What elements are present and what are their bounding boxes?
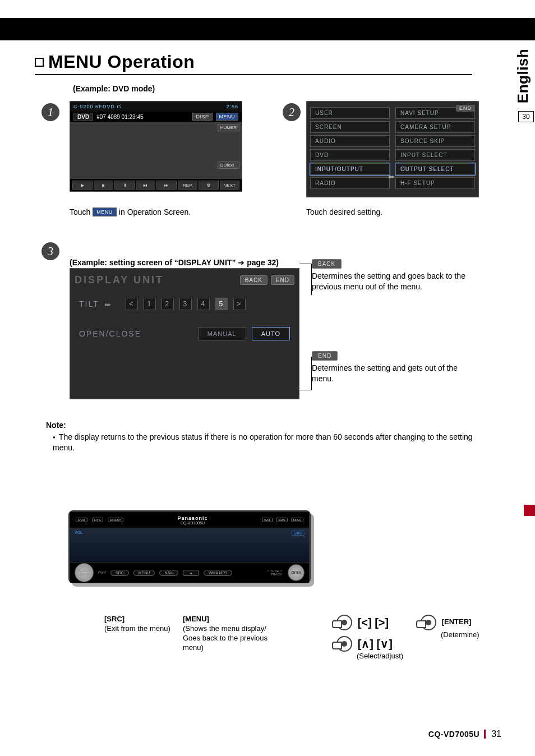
menu-item-inputoutput[interactable]: INPUT/OUTPUT <box>310 163 390 175</box>
sat-logo-icon: SAT <box>262 518 273 522</box>
ddtext-button[interactable]: DDtext <box>218 162 239 169</box>
humer-button[interactable]: HUMER <box>218 124 239 131</box>
legend-menu-t: (Shows the menu display/ Goes back to th… <box>183 624 284 653</box>
next-icon[interactable]: ⏭ <box>156 181 177 190</box>
op-video-area: HUMER DDtext <box>70 122 242 179</box>
tilt-step-5[interactable]: 5 <box>215 298 228 310</box>
end-explain-text: Determines the setting and gets out of t… <box>312 363 480 384</box>
tilt-step-3[interactable]: 3 <box>179 298 192 310</box>
op-track-text: #07 4089 01:23:45 <box>96 114 189 120</box>
settings-right-col: NAVI SETUP CAMERA SETUP SOURCE SKIP INPU… <box>395 107 475 189</box>
menu-item-dvd[interactable]: DVD <box>310 149 390 161</box>
unit-vol-label: VOL <box>75 531 82 534</box>
op-info-row: DVD #07 4089 01:23:45 DISP MENU <box>70 112 242 122</box>
language-label: English <box>515 48 532 103</box>
end-chip[interactable]: END <box>456 105 475 112</box>
play-icon[interactable]: ▶ <box>72 181 93 190</box>
menu-button[interactable]: MENU <box>216 113 239 121</box>
step3-title-pre: (Example: setting screen of “DISPLAY UNI… <box>70 258 238 267</box>
prev-icon[interactable]: ⏮ <box>136 181 156 190</box>
menu-item-camera-setup[interactable]: CAMERA SETUP <box>395 121 475 133</box>
unit-brand-row: DVD DTS DOLBY Panasonic CQ-VD7005U SAT S… <box>70 512 309 528</box>
step1-caption-post: in Operation Screen. <box>119 208 191 216</box>
menu-item-output-select[interactable]: OUTPUT SELECT <box>395 163 475 175</box>
legend-ud: [∧] [∨] (Select/adjust) <box>336 636 403 660</box>
tilt-left-icon[interactable]: < <box>126 298 138 310</box>
end-explain: END Determines the setting and gets out … <box>312 350 480 384</box>
face-menu-button[interactable]: MENU <box>133 570 155 576</box>
end-button[interactable]: END <box>271 275 294 285</box>
tilt-row: TILT ▸▸▸ < 1 2 3 4 5 > <box>70 291 299 317</box>
legend-src-t: (Exit from the menu) <box>104 624 172 634</box>
menu-arrow-icon: ▸▸▸ <box>389 173 394 179</box>
op-mode-label: DVD <box>73 113 93 121</box>
side-page-box: 30 <box>518 111 534 122</box>
knob-press2-icon <box>336 636 352 652</box>
top-black-bar <box>0 18 535 40</box>
side-accent-icon <box>524 505 535 516</box>
menu-item-input-select[interactable]: INPUT SELECT <box>395 149 475 161</box>
legend-enter-h: [ENTER] <box>442 617 472 626</box>
unit-brand: Panasonic <box>178 515 208 521</box>
knob-press3-icon <box>421 615 436 630</box>
disp-button[interactable]: DISP <box>192 113 212 121</box>
step2-caption: Touch desired setting. <box>306 208 382 216</box>
back-chip-icon: BACK <box>312 259 342 269</box>
leader-line-end <box>299 357 312 390</box>
manual-button[interactable]: MANUAL <box>198 327 246 340</box>
tilt-step-1[interactable]: 1 <box>144 298 156 310</box>
pause-icon[interactable]: ⏸ <box>114 181 135 190</box>
legend-lr-sym: [<] [>] <box>358 616 389 629</box>
dvd-logo-icon: DVD <box>76 518 87 522</box>
rep-button[interactable]: REP <box>178 181 198 190</box>
back-button[interactable]: BACK <box>240 275 268 285</box>
tilt-step-2[interactable]: 2 <box>162 298 174 310</box>
menu-item-source-skip[interactable]: SOURCE SKIP <box>395 135 475 147</box>
op-controls: ▶ ■ ⏸ ⏮ ⏭ REP ⚙ NEXT <box>70 179 242 191</box>
footer-model: CQ-VD7005U <box>428 730 486 739</box>
disc-logo-icon: DISC <box>291 518 303 522</box>
face-src-button[interactable]: SRC <box>110 570 129 576</box>
menu-item-hf-setup[interactable]: H-F SETUP <box>395 177 475 189</box>
step3-title: (Example: setting screen of “DISPLAY UNI… <box>70 258 279 267</box>
legend-enter-t: (Determine) <box>441 630 488 640</box>
legend-sel-t: (Select/adjust) <box>357 652 403 660</box>
legend-enter: [ENTER] (Determine) <box>421 615 488 640</box>
note-block: Note: The display returns to the previou… <box>46 421 483 453</box>
page-footer: CQ-VD7005U 31 <box>0 729 535 739</box>
volume-knob[interactable]: ADJUST 50W×4 <box>75 563 94 582</box>
tilt-right-icon[interactable]: > <box>233 298 246 310</box>
next-button[interactable]: NEXT <box>220 181 240 190</box>
head-unit-illustration: DVD DTS DOLBY Panasonic CQ-VD7005U SAT S… <box>68 510 311 583</box>
auto-button[interactable]: AUTO <box>252 327 290 340</box>
unit-model: CQ-VD7005U <box>178 521 208 525</box>
legend-lr: [<] [>] <box>336 615 415 630</box>
tune-track-label: < TUNE > TRACK <box>267 569 282 576</box>
menu-item-user[interactable]: USER <box>310 107 390 119</box>
face-eject-icon[interactable]: ▲ <box>183 570 199 576</box>
page-title-text: MENU Operation <box>48 52 195 72</box>
step-1-badge: 1 <box>41 103 59 121</box>
menu-chip-icon: MENU <box>93 208 117 216</box>
display-unit-screen: DISPLAY UNIT BACK END TILT ▸▸▸ < 1 2 3 4… <box>70 268 299 399</box>
note-heading: Note: <box>46 421 483 430</box>
enter-knob[interactable]: ENTER <box>288 564 305 581</box>
tilt-step-4[interactable]: 4 <box>197 298 210 310</box>
tilt-label: TILT <box>79 299 99 308</box>
menu-item-screen[interactable]: SCREEN <box>310 121 390 133</box>
settings-icon[interactable]: ⚙ <box>199 181 219 190</box>
face-navi-button[interactable]: NAVI <box>159 570 178 576</box>
example-mode-label: (Example: DVD mode) <box>73 84 155 93</box>
step1-caption: Touch MENU in Operation Screen. <box>70 208 191 216</box>
menu-item-audio[interactable]: AUDIO <box>310 135 390 147</box>
display-unit-heading: DISPLAY UNIT <box>75 274 164 286</box>
legend-src: [SRC] (Exit from the menu) <box>104 615 172 634</box>
note-item-1: The display returns to the previous stat… <box>53 432 483 453</box>
stop-icon[interactable]: ■ <box>94 181 114 190</box>
language-tab: English <box>511 45 535 107</box>
op-statusbar: C-9200 6EDVD G 2:56 <box>70 102 242 112</box>
face-wma-button[interactable]: WMA MP3 <box>204 570 232 576</box>
menu-item-radio[interactable]: RADIO <box>310 177 390 189</box>
footer-page: 31 <box>491 729 501 739</box>
tilt-arrows-icon: ▸▸▸ <box>105 301 110 307</box>
